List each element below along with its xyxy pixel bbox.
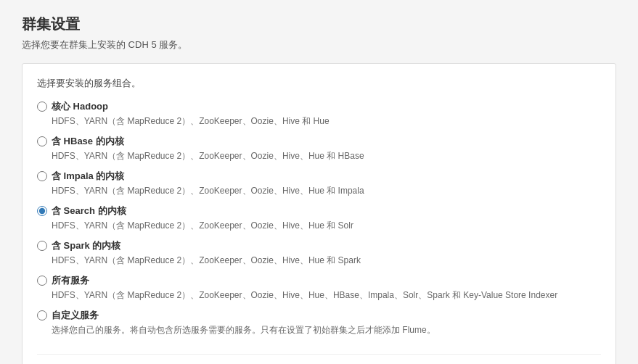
options-card: 选择要安装的服务组合。 核心 HadoopHDFS、YARN（含 MapRedu… (22, 63, 616, 364)
option-group: 核心 HadoopHDFS、YARN（含 MapReduce 2）、ZooKee… (37, 100, 601, 344)
option-label-3[interactable]: 含 Impala 的内核 (37, 170, 601, 183)
option-item-7: 自定义服务选择您自己的服务。将自动包含所选服务需要的服务。只有在设置了初始群集之… (37, 309, 601, 336)
option-item-1: 核心 HadoopHDFS、YARN（含 MapReduce 2）、ZooKee… (37, 100, 601, 128)
option-label-5[interactable]: 含 Spark 的内核 (37, 239, 601, 252)
main-content: 群集设置 选择您要在群集上安装的 CDH 5 服务。 选择要安装的服务组合。 核… (0, 0, 638, 364)
option-desc-3: HDFS、YARN（含 MapReduce 2）、ZooKeeper、Oozie… (37, 184, 601, 197)
option-label-2[interactable]: 含 HBase 的内核 (37, 135, 601, 148)
option-item-6: 所有服务HDFS、YARN（含 MapReduce 2）、ZooKeeper、O… (37, 274, 601, 302)
option-desc-5: HDFS、YARN（含 MapReduce 2）、ZooKeeper、Oozie… (37, 254, 601, 267)
option-label-7[interactable]: 自定义服务 (37, 309, 601, 322)
option-label-text-2: 含 HBase 的内核 (52, 135, 124, 148)
option-item-4: 含 Search 的内核HDFS、YARN（含 MapReduce 2）、Zoo… (37, 204, 601, 232)
option-desc-1: HDFS、YARN（含 MapReduce 2）、ZooKeeper、Oozie… (37, 115, 601, 128)
option-label-text-3: 含 Impala 的内核 (52, 170, 124, 183)
option-desc-4: HDFS、YARN（含 MapReduce 2）、ZooKeeper、Oozie… (37, 219, 601, 232)
option-label-text-7: 自定义服务 (52, 309, 99, 322)
option-radio-4[interactable] (37, 206, 47, 216)
option-desc-6: HDFS、YARN（含 MapReduce 2）、ZooKeeper、Oozie… (37, 289, 601, 302)
option-item-5: 含 Spark 的内核HDFS、YARN（含 MapReduce 2）、ZooK… (37, 239, 601, 267)
option-label-1[interactable]: 核心 Hadoop (37, 100, 601, 113)
option-label-6[interactable]: 所有服务 (37, 274, 601, 287)
option-label-text-1: 核心 Hadoop (52, 100, 108, 113)
page-subtitle: 选择您要在群集上安装的 CDH 5 服务。 (22, 38, 616, 51)
option-label-4[interactable]: 含 Search 的内核 (37, 204, 601, 218)
option-item-2: 含 HBase 的内核HDFS、YARN（含 MapReduce 2）、ZooK… (37, 135, 601, 162)
card-intro: 选择要安装的服务组合。 (37, 77, 601, 90)
option-radio-6[interactable] (37, 276, 47, 286)
option-label-text-5: 含 Spark 的内核 (52, 239, 120, 252)
option-label-text-6: 所有服务 (52, 274, 89, 287)
option-radio-1[interactable] (37, 102, 47, 112)
page-title: 群集设置 (22, 15, 616, 34)
notice-text: 本向导还将安装 Cloudera Management Service。有一系列… (37, 354, 601, 364)
option-desc-2: HDFS、YARN（含 MapReduce 2）、ZooKeeper、Oozie… (37, 149, 601, 162)
option-radio-5[interactable] (37, 241, 47, 251)
option-radio-3[interactable] (37, 171, 47, 181)
option-radio-7[interactable] (37, 310, 47, 320)
option-radio-2[interactable] (37, 136, 47, 146)
option-label-text-4: 含 Search 的内核 (52, 204, 126, 218)
option-desc-7: 选择您自己的服务。将自动包含所选服务需要的服务。只有在设置了初始群集之后才能添加… (37, 323, 601, 336)
option-item-3: 含 Impala 的内核HDFS、YARN（含 MapReduce 2）、Zoo… (37, 170, 601, 197)
